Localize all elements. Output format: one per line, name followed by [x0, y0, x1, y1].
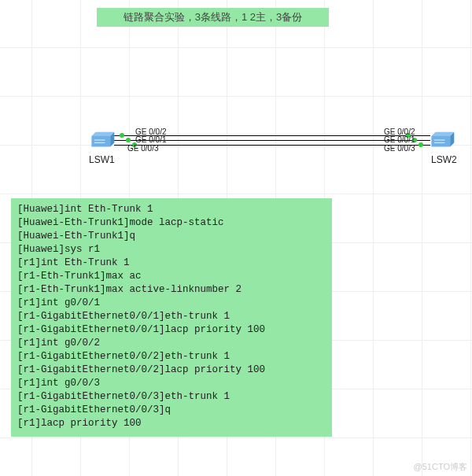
switch-icon [89, 131, 116, 149]
switch-lsw2[interactable] [429, 131, 455, 149]
port-label-left-bot: GE 0/0/3 [127, 145, 158, 153]
svg-rect-1 [91, 136, 110, 147]
switch-lsw1[interactable] [89, 131, 116, 149]
cli-output: [Huawei]int Eth-Trunk 1 [Huawei-Eth-Trun… [11, 198, 332, 437]
svg-marker-0 [91, 132, 114, 136]
port-dot [126, 138, 131, 142]
switch-icon [429, 131, 455, 149]
svg-marker-5 [431, 132, 454, 136]
port-dot [120, 133, 124, 138]
port-dot [419, 142, 423, 147]
diagram-title: 链路聚合实验，3条线路，1 2主，3备份 [97, 8, 329, 27]
port-label-right-bot: GE 0/0/3 [384, 145, 415, 153]
switch-label-lsw2: LSW2 [431, 154, 457, 165]
watermark: @51CTO博客 [414, 461, 467, 473]
link-line-3 [114, 145, 430, 146]
port-label-left-mid: GE 0/0/1 [135, 136, 166, 144]
switch-label-lsw1: LSW1 [89, 154, 115, 165]
svg-rect-6 [431, 136, 450, 147]
port-label-right-mid: GE 0/0/1 [384, 136, 415, 144]
